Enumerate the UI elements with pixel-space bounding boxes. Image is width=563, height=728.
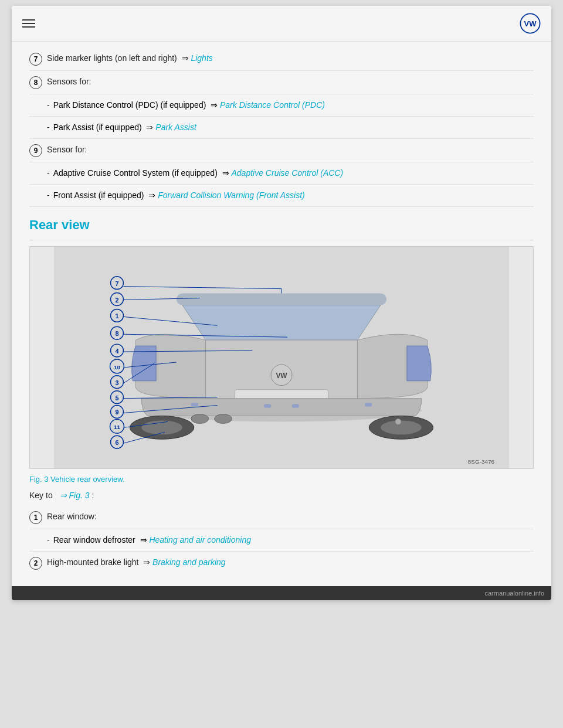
- rear-item-2-row: 2 High-mounted brake light ⇒ Braking and…: [29, 552, 534, 574]
- item-8-num: 8: [29, 76, 42, 89]
- item-8-sub1: - Park Distance Control (PDC) (if equipp…: [29, 94, 534, 117]
- svg-text:2: 2: [115, 297, 118, 304]
- key-to-fig-link[interactable]: ⇒ Fig. 3: [60, 491, 90, 500]
- rear-item-1-num: 1: [29, 511, 42, 524]
- page-container: VW 7 Side marker lights (on left and rig…: [12, 6, 551, 600]
- key-to-prefix: Key to: [29, 491, 53, 500]
- svg-text:11: 11: [114, 424, 121, 430]
- item-9-sub1-link[interactable]: Adaptive Cruise Control (ACC): [231, 168, 343, 178]
- svg-text:10: 10: [114, 364, 121, 370]
- rear-view-title: Rear view: [29, 207, 534, 239]
- rear-item-2-link[interactable]: Braking and parking: [152, 557, 226, 567]
- item-8-sub1-link[interactable]: Park Distance Control (PDC): [220, 100, 325, 110]
- rear-item-1-sub1-text: Rear window defroster ⇒ Heating and air …: [53, 534, 251, 546]
- item-8-row: 8 Sensors for:: [29, 71, 534, 94]
- svg-text:8SG-3476: 8SG-3476: [468, 458, 495, 465]
- item-7-arrow: ⇒: [182, 53, 189, 63]
- svg-point-19: [395, 419, 401, 424]
- svg-text:4: 4: [115, 348, 119, 355]
- menu-button[interactable]: [22, 19, 35, 28]
- key-to-suffix: :: [92, 491, 94, 500]
- svg-point-9: [191, 414, 209, 423]
- item-8-sub2-text: Park Assist (if equipped) ⇒ Park Assist: [53, 121, 196, 134]
- item-7-num: 7: [29, 53, 42, 66]
- item-8-sub2: - Park Assist (if equipped) ⇒ Park Assis…: [29, 117, 534, 139]
- item-9-num: 9: [29, 144, 42, 157]
- item-7-text: Side marker lights (on left and right) ⇒…: [47, 52, 534, 64]
- main-content: 7 Side marker lights (on left and right)…: [12, 42, 551, 586]
- svg-rect-18: [365, 403, 372, 407]
- footer-text: carmanualonline.info: [484, 590, 544, 597]
- item-9-sub2-text: Front Assist (if equipped) ⇒ Forward Col…: [53, 189, 305, 202]
- item-9-sub1-text: Adaptive Cruise Control System (if equip…: [53, 167, 343, 179]
- svg-rect-4: [177, 294, 386, 305]
- rear-item-2-text: High-mounted brake light ⇒ Braking and p…: [47, 556, 534, 569]
- svg-point-10: [215, 414, 232, 423]
- item-8-sub2-link[interactable]: Park Assist: [155, 123, 196, 132]
- svg-text:1: 1: [115, 312, 118, 319]
- item-9-row: 9 Sensor for:: [29, 139, 534, 162]
- svg-text:7: 7: [115, 280, 118, 287]
- rear-item-2-num: 2: [29, 557, 42, 570]
- item-9-text: Sensor for:: [47, 144, 534, 156]
- header: VW: [12, 6, 551, 42]
- rear-item-1-sub1: - Rear window defroster ⇒ Heating and ai…: [29, 529, 534, 552]
- svg-rect-17: [292, 404, 299, 408]
- item-7-link[interactable]: Lights: [191, 53, 212, 63]
- vw-logo: VW: [520, 13, 541, 34]
- svg-text:3: 3: [115, 379, 118, 386]
- rear-item-1-text: Rear window:: [47, 511, 534, 523]
- svg-text:9: 9: [115, 409, 118, 416]
- svg-text:VW: VW: [524, 19, 537, 28]
- item-8-sub1-text: Park Distance Control (PDC) (if equipped…: [53, 99, 325, 111]
- item-9-sub2-link[interactable]: Forward Collision Warning (Front Assist): [158, 190, 305, 200]
- svg-text:8: 8: [115, 330, 118, 337]
- fig-caption[interactable]: Fig. 3 Vehicle rear overview.: [29, 475, 534, 484]
- svg-rect-15: [191, 403, 198, 407]
- item-8-text: Sensors for:: [47, 76, 534, 88]
- svg-text:5: 5: [115, 394, 118, 402]
- footer-bar: carmanualonline.info: [12, 586, 551, 600]
- svg-rect-16: [264, 404, 271, 408]
- svg-text:6: 6: [115, 439, 118, 446]
- rear-item-1-sub1-link[interactable]: Heating and air conditioning: [149, 535, 251, 545]
- svg-text:VW: VW: [276, 372, 287, 380]
- car-diagram-svg: VW: [30, 247, 533, 468]
- item-9-sub1: - Adaptive Cruise Control System (if equ…: [29, 162, 534, 185]
- item-7-row: 7 Side marker lights (on left and right)…: [29, 47, 534, 71]
- item-9-sub2: - Front Assist (if equipped) ⇒ Forward C…: [29, 185, 534, 207]
- section-divider: [29, 240, 534, 240]
- key-to-row: Key to ⇒ Fig. 3 :: [29, 491, 534, 500]
- rear-item-1-row: 1 Rear window:: [29, 506, 534, 529]
- car-rear-image: VW: [29, 246, 534, 469]
